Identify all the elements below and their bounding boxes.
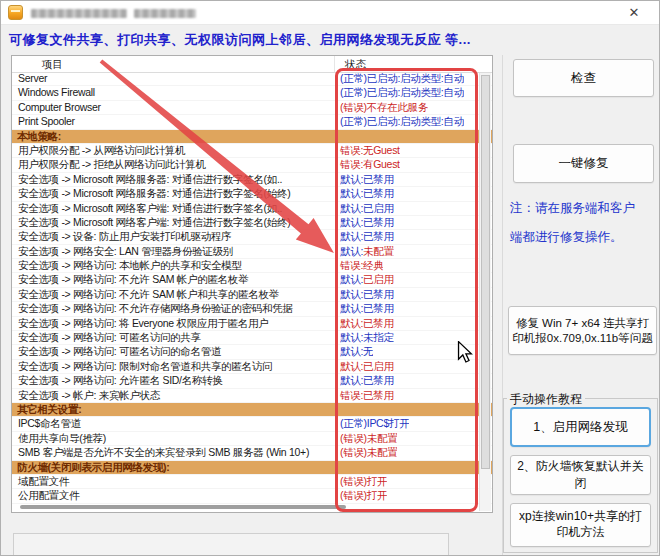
status-cell: 默认:已禁用 — [334, 173, 394, 186]
status-cell: 默认:已禁用 — [334, 374, 394, 387]
app-icon — [8, 5, 23, 20]
status-cell: (错误)不存在此服务 — [334, 101, 428, 114]
status-cell: 错误:经典 — [334, 259, 383, 272]
status-cell: (错误)打开 — [334, 489, 387, 502]
item-cell: 安全选项 -> 网络安全: LAN 管理器身份验证级别 — [12, 245, 334, 258]
status-table: 项目 状态 Server(正常)已启动:启动类型:自动Windows Firew… — [11, 55, 493, 513]
status-cell: (正常)已启动:启动类型:自动 — [334, 86, 464, 99]
table-row[interactable]: 安全选项 -> 网络访问: 可匿名访问的共享默认:未指定 — [12, 331, 492, 345]
section-row[interactable]: 防火墙(关闭则表示启用网络发现): — [12, 461, 492, 475]
window-title-redacted — [31, 9, 196, 18]
table-row[interactable]: 安全选项 -> 网络访问: 不允许存储网络身份验证的密码和凭据默认:已禁用 — [12, 302, 492, 316]
item-cell: 安全选项 -> 网络访问: 可匿名访问的命名管道 — [12, 345, 334, 358]
table-row[interactable]: IPC$命名管道(正常)IPC$打开 — [12, 417, 492, 431]
item-cell: 用户权限分配 -> 从网络访问此计算机 — [12, 144, 334, 157]
table-row[interactable]: 安全选项 -> 帐户: 来宾帐户状态错误:已禁用 — [12, 389, 492, 403]
status-cell: 默认:已启用 — [334, 360, 394, 373]
item-cell: Server — [12, 72, 334, 85]
item-cell: Windows Firewall — [12, 86, 334, 99]
status-cell: 默认:已禁用 — [334, 230, 394, 243]
table-row[interactable]: 安全选项 -> Microsoft 网络客户端: 对通信进行数字签名(如..默认… — [12, 202, 492, 216]
horizontal-scrollbar[interactable] — [20, 505, 346, 509]
table-row[interactable]: 安全选项 -> 网络访问: 不允许 SAM 帐户的匿名枚举默认:已启用 — [12, 273, 492, 287]
vertical-scrollbar[interactable] — [479, 73, 491, 511]
table-row[interactable]: Server(正常)已启动:启动类型:自动 — [12, 72, 492, 86]
item-cell: 公用配置文件 — [12, 489, 334, 502]
table-row[interactable]: 用户权限分配 -> 拒绝从网络访问此计算机错误:有Guest — [12, 158, 492, 172]
log-panel — [13, 533, 449, 556]
status-cell: (错误)未配置 — [334, 446, 397, 459]
fix-win7-printer-error-button[interactable]: 修复 Win 7+ x64 连共享打印机报0x.709,0x.11b等问题 — [508, 306, 657, 355]
table-row[interactable]: 安全选项 -> Microsoft 网络服务器: 对通信进行数字签名(始终)默认… — [12, 187, 492, 201]
column-header-item[interactable]: 项目 — [12, 56, 335, 72]
repair-note: 注：请在服务端和客户 端都进行修复操作。 — [510, 194, 635, 252]
table-row[interactable]: 安全选项 -> 网络访问: 不允许 SAM 帐户和共享的匿名枚举默认:已禁用 — [12, 288, 492, 302]
scrollbar-thumb[interactable] — [481, 75, 490, 469]
section-row[interactable]: 本地策略: — [12, 130, 492, 144]
item-cell: 使用共享向导(推荐) — [12, 432, 334, 445]
check-button[interactable]: 检查 — [513, 59, 654, 97]
item-cell: Print Spooler — [12, 115, 334, 128]
status-cell: 默认:已禁用 — [334, 317, 394, 330]
item-cell: 安全选项 -> 网络访问: 不允许存储网络身份验证的密码和凭据 — [12, 302, 334, 315]
table-row[interactable]: Windows Firewall(正常)已启动:启动类型:自动 — [12, 86, 492, 100]
item-cell: Computer Browser — [12, 101, 334, 114]
status-cell: 默认:已禁用 — [334, 187, 394, 200]
table-row[interactable]: 用户权限分配 -> 从网络访问此计算机错误:无Guest — [12, 144, 492, 158]
status-cell: (正常)已启动:启动类型:自动 — [334, 72, 464, 85]
item-cell: 域配置文件 — [12, 475, 334, 488]
status-cell: 默认:未配置 — [334, 245, 394, 258]
item-cell: 安全选项 -> 网络访问: 将 Everyone 权限应用于匿名用户 — [12, 317, 334, 330]
status-cell: 默认:已启用 — [334, 202, 394, 215]
table-row[interactable]: 安全选项 -> 网络访问: 本地帐户的共享和安全模型错误:经典 — [12, 259, 492, 273]
item-cell: IPC$命名管道 — [12, 417, 334, 430]
status-cell: 默认:无 — [334, 345, 373, 358]
table-header: 项目 状态 — [12, 56, 492, 73]
enable-network-discovery-button[interactable]: 1、启用网络发现 — [510, 407, 651, 447]
table-row[interactable]: 安全选项 -> Microsoft 网络客户端: 对通信进行数字签名(始终)默认… — [12, 216, 492, 230]
status-cell: 默认:已禁用 — [334, 216, 394, 229]
table-row[interactable]: Computer Browser(错误)不存在此服务 — [12, 101, 492, 115]
status-cell: 默认:已禁用 — [334, 288, 394, 301]
table-row[interactable]: 安全选项 -> 网络访问: 可匿名访问的命名管道默认:无 — [12, 345, 492, 359]
table-row[interactable]: 安全选项 -> 网络访问: 限制对命名管道和共享的匿名访问默认:已启用 — [12, 360, 492, 374]
item-cell: 安全选项 -> 网络访问: 允许匿名 SID/名称转换 — [12, 374, 334, 387]
table-row[interactable]: 使用共享向导(推荐)(错误)未配置 — [12, 432, 492, 446]
app-window: ✕ 可修复文件共享、打印共享、无权限访问网上邻居、启用网络发现无反应 等... … — [0, 0, 660, 556]
table-row[interactable]: 安全选项 -> 网络访问: 将 Everyone 权限应用于匿名用户默认:已禁用 — [12, 317, 492, 331]
xp-connect-win10-printer-button[interactable]: xp连接win10+共享的打印机方法 — [510, 503, 651, 547]
table-row[interactable]: 安全选项 -> Microsoft 网络服务器: 对通信进行数字签名(如..默认… — [12, 173, 492, 187]
item-cell: 安全选项 -> 网络访问: 本地帐户的共享和安全模型 — [12, 259, 334, 272]
status-cell: 默认:已禁用 — [334, 302, 394, 315]
status-cell: (正常)已启动:启动类型:自动 — [334, 115, 464, 128]
one-key-fix-button[interactable]: 一键修复 — [513, 144, 654, 183]
table-row[interactable]: Print Spooler(正常)已启动:启动类型:自动 — [12, 115, 492, 129]
status-cell: 错误:已禁用 — [334, 389, 394, 402]
item-cell: 用户权限分配 -> 拒绝从网络访问此计算机 — [12, 158, 334, 171]
item-cell: 安全选项 -> 网络访问: 不允许 SAM 帐户的匿名枚举 — [12, 273, 334, 286]
table-row[interactable]: SMB 客户端是否允许不安全的来宾登录到 SMB 服务器 (Win 10+)(错… — [12, 446, 492, 460]
repair-note-line1: 注：请在服务端和客户 — [510, 194, 635, 223]
status-cell: (错误)打开 — [334, 475, 387, 488]
manual-tutorial-label: 手动操作教程 — [507, 391, 585, 408]
column-header-status[interactable]: 状态 — [335, 56, 366, 72]
title-bar: ✕ — [1, 1, 660, 25]
item-cell: 安全选项 -> Microsoft 网络客户端: 对通信进行数字签名(始终) — [12, 216, 334, 229]
table-row[interactable]: 安全选项 -> 网络安全: LAN 管理器身份验证级别默认:未配置 — [12, 245, 492, 259]
item-cell: 安全选项 -> Microsoft 网络服务器: 对通信进行数字签名(如.. — [12, 173, 334, 186]
status-cell: (正常)IPC$打开 — [334, 417, 409, 430]
item-cell: 安全选项 -> Microsoft 网络客户端: 对通信进行数字签名(如.. — [12, 202, 334, 215]
table-row[interactable]: 安全选项 -> 网络访问: 允许匿名 SID/名称转换默认:已禁用 — [12, 374, 492, 388]
table-row[interactable]: 域配置文件(错误)打开 — [12, 475, 492, 489]
firewall-restore-default-button[interactable]: 2、防火墙恢复默认并关闭 — [510, 455, 651, 495]
table-row[interactable]: 安全选项 -> 设备: 防止用户安装打印机驱动程序默认:已禁用 — [12, 230, 492, 244]
status-cell: 默认:已启用 — [334, 273, 394, 286]
status-cell: (错误)未配置 — [334, 432, 397, 445]
manual-tutorial-group: 手动操作教程 1、启用网络发现 2、防火墙恢复默认并关闭 xp连接win10+共… — [503, 398, 658, 553]
repair-note-line2: 端都进行修复操作。 — [510, 223, 635, 252]
item-cell: 安全选项 -> 网络访问: 限制对命名管道和共享的匿名访问 — [12, 360, 334, 373]
table-row[interactable]: 公用配置文件(错误)打开 — [12, 489, 492, 503]
status-cell: 错误:有Guest — [334, 158, 400, 171]
close-button[interactable]: ✕ — [625, 4, 643, 21]
section-row[interactable]: 其它相关设置: — [12, 403, 492, 417]
